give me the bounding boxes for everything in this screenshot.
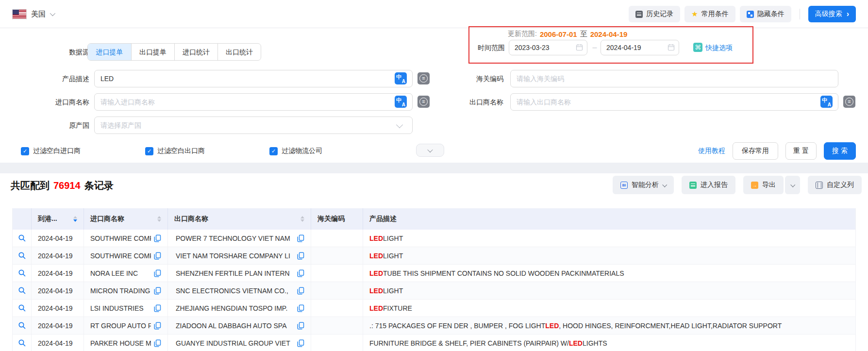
row-detail-button[interactable] bbox=[13, 265, 32, 282]
translate-icon[interactable] bbox=[395, 96, 407, 108]
table-row[interactable]: 2024-04-19PARKER HOUSE MGUANYE INDUSTRIA… bbox=[13, 334, 855, 351]
copy-icon[interactable] bbox=[154, 322, 161, 330]
custom-columns-button[interactable]: 自定义列 bbox=[808, 176, 862, 194]
copy-icon[interactable] bbox=[297, 234, 304, 242]
copy-icon[interactable] bbox=[154, 339, 161, 347]
export-button-group: 导出 bbox=[743, 176, 800, 194]
copy-icon[interactable] bbox=[297, 287, 304, 295]
copy-icon[interactable] bbox=[154, 287, 161, 295]
cell-arrival-date: 2024-04-19 bbox=[32, 230, 84, 247]
header-arrival-date[interactable]: 到港... bbox=[32, 208, 84, 230]
copy-icon[interactable] bbox=[297, 322, 304, 330]
summary-count: 76914 bbox=[53, 180, 81, 191]
hs-code-label: 海关编码 bbox=[463, 70, 503, 87]
sort-icons[interactable] bbox=[157, 216, 161, 222]
table-row[interactable]: 2024-04-19NORA LEE INCSHENZHEN FERTILE P… bbox=[13, 265, 855, 282]
save-favorite-button[interactable]: 保存常用 bbox=[733, 142, 778, 160]
row-detail-button[interactable] bbox=[13, 334, 32, 351]
export-button[interactable]: 导出 bbox=[743, 176, 784, 194]
cell-exporter-text: VIET NAM TORSHARE COMPANY LI bbox=[176, 252, 294, 260]
copy-icon[interactable] bbox=[154, 234, 161, 242]
row-detail-button[interactable] bbox=[13, 247, 32, 264]
tutorial-link[interactable]: 使用教程 bbox=[698, 147, 725, 155]
checkbox-filter-blank-importer[interactable]: 过滤空白进口商 bbox=[21, 142, 81, 160]
tab-import-bol[interactable]: 进口提单 bbox=[88, 44, 131, 60]
tab-import-stats[interactable]: 进口统计 bbox=[174, 44, 217, 60]
cell-importer-text: PARKER HOUSE M bbox=[90, 339, 151, 347]
copy-icon[interactable] bbox=[297, 252, 304, 260]
translate-icon[interactable] bbox=[395, 72, 407, 84]
favorites-label: 常用条件 bbox=[701, 10, 729, 18]
quick-options-icon[interactable] bbox=[693, 43, 702, 52]
country-selector[interactable]: 美国 bbox=[12, 0, 54, 28]
exact-match-icon[interactable] bbox=[417, 72, 430, 84]
copy-icon[interactable] bbox=[297, 304, 304, 312]
header-exporter[interactable]: 出口商名称 bbox=[168, 208, 311, 230]
update-range: 更新范围: 2006-07-01 至 2024-04-19 bbox=[508, 29, 627, 39]
header-label: 出口商名称 bbox=[174, 215, 208, 223]
translate-icon[interactable] bbox=[820, 96, 833, 108]
enter-report-button[interactable]: 进入报告 bbox=[682, 176, 735, 194]
header-detail-column bbox=[13, 208, 32, 230]
hide-conditions-label: 隐藏条件 bbox=[757, 10, 785, 18]
history-button[interactable]: 历史记录 bbox=[629, 6, 680, 22]
datasource-label: 数据源 bbox=[49, 43, 89, 61]
sort-icons[interactable] bbox=[300, 216, 304, 222]
sort-icons[interactable] bbox=[73, 216, 77, 222]
cell-arrival-date: 2024-04-19 bbox=[32, 317, 84, 334]
smart-analysis-button[interactable]: 智能分析 bbox=[613, 176, 674, 194]
checkbox-filter-blank-exporter[interactable]: 过滤空白出口商 bbox=[145, 142, 205, 160]
keyword-highlight: LED bbox=[369, 234, 383, 242]
copy-icon[interactable] bbox=[154, 269, 161, 277]
keyword-highlight: LED bbox=[369, 252, 383, 260]
origin-select[interactable] bbox=[94, 117, 413, 134]
table-row[interactable]: 2024-04-19MICRON TRADINGSNC ELECTRONICS … bbox=[13, 282, 855, 300]
tab-export-stats[interactable]: 出口统计 bbox=[217, 44, 261, 60]
table-row[interactable]: 2024-04-19LSI INDUSTRIESZHEJIANG HENGDIA… bbox=[13, 300, 855, 317]
cell-exporter: VIET NAM TORSHARE COMPANY LI bbox=[168, 247, 311, 264]
copy-icon[interactable] bbox=[297, 339, 304, 347]
cell-hs-code bbox=[311, 282, 363, 299]
row-detail-button[interactable] bbox=[13, 300, 32, 317]
tab-export-bol[interactable]: 出口提单 bbox=[131, 44, 174, 60]
table-row[interactable]: 2024-04-19RT GROUP AUTO PZIADOON AL DABB… bbox=[13, 317, 855, 334]
cell-exporter-text: SHENZHEN FERTILE PLAN INTERN bbox=[176, 269, 294, 277]
cell-exporter: GUANYE INDUSTRIAL GROUP VIET bbox=[168, 334, 311, 351]
row-detail-button[interactable] bbox=[13, 317, 32, 334]
copy-icon[interactable] bbox=[154, 304, 161, 312]
desc-text: , HOOD HINGES, REINFORCMENT,HEAD LIGHT,R… bbox=[559, 322, 782, 330]
reset-button[interactable]: 重 置 bbox=[785, 142, 817, 160]
chevron-down-icon bbox=[790, 182, 795, 187]
hide-conditions-button[interactable]: 隐藏条件 bbox=[740, 6, 791, 22]
search-button[interactable]: 搜 索 bbox=[824, 142, 856, 160]
magnifier-icon bbox=[18, 234, 26, 242]
quick-options-link[interactable]: 快捷选项 bbox=[705, 40, 733, 55]
magnifier-icon bbox=[18, 339, 26, 347]
desc-text: .: 715 PACKAGES OF FEN DER , BUMPER , FO… bbox=[369, 322, 545, 330]
calendar-icon[interactable] bbox=[668, 44, 675, 51]
table-row[interactable]: 2024-04-19SOUTHWIRE COMPPOWER 7 TECHNOLO… bbox=[13, 230, 855, 247]
export-options-button[interactable] bbox=[785, 176, 800, 194]
exact-match-icon[interactable] bbox=[417, 96, 430, 108]
product-desc-input[interactable] bbox=[94, 70, 413, 87]
cell-exporter-text: ZHEJIANG HENGDIAN TOSPO IMP. bbox=[176, 304, 294, 312]
custom-columns-label: 自定义列 bbox=[827, 181, 854, 189]
copy-icon[interactable] bbox=[154, 252, 161, 260]
exact-match-icon[interactable] bbox=[843, 96, 855, 108]
calendar-icon[interactable] bbox=[576, 44, 583, 51]
importer-input[interactable] bbox=[94, 93, 413, 111]
hs-code-input[interactable] bbox=[510, 70, 838, 87]
desc-text: TUBE THIS SHIPMENT CONTAINS NO SOLID WOO… bbox=[383, 269, 624, 277]
exporter-input[interactable] bbox=[510, 93, 838, 111]
chevron-down-icon bbox=[50, 11, 55, 16]
copy-icon[interactable] bbox=[297, 269, 304, 277]
table-row[interactable]: 2024-04-19SOUTHWIRE COMPVIET NAM TORSHAR… bbox=[13, 247, 855, 265]
row-detail-button[interactable] bbox=[13, 230, 32, 247]
header-importer[interactable]: 进口商名称 bbox=[84, 208, 168, 230]
advanced-search-button[interactable]: 高级搜索 bbox=[808, 6, 856, 22]
checkbox-filter-logistics[interactable]: 过滤物流公司 bbox=[269, 142, 322, 160]
form-actions: 使用教程 保存常用 重 置 搜 索 bbox=[698, 142, 856, 160]
favorites-button[interactable]: 常用条件 bbox=[684, 6, 735, 22]
row-detail-button[interactable] bbox=[13, 282, 32, 299]
collapse-filters-button[interactable] bbox=[416, 144, 444, 157]
